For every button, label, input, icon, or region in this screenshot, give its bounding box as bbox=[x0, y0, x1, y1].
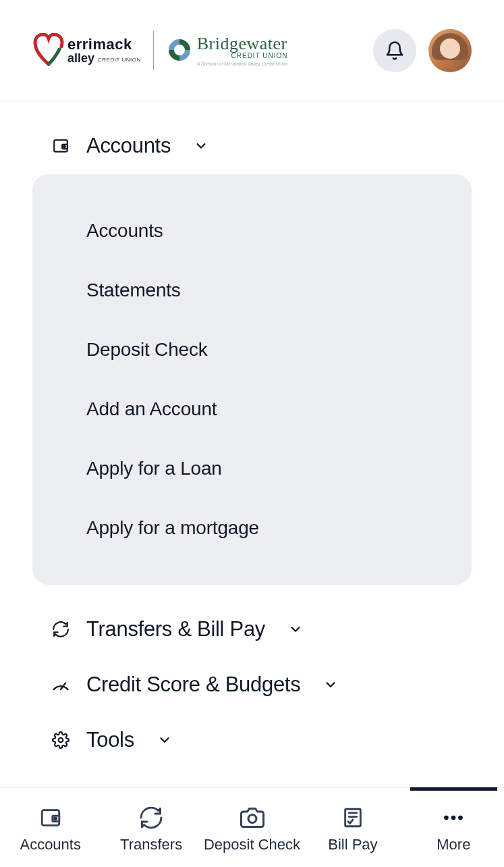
accounts-submenu: Accounts Statements Deposit Check Add an… bbox=[32, 174, 472, 585]
nav-billpay-label: Bill Pay bbox=[328, 836, 377, 853]
menu-credit-label: Credit Score & Budgets bbox=[86, 673, 300, 697]
svg-point-4 bbox=[59, 738, 63, 743]
gear-icon bbox=[51, 731, 70, 749]
menu-section-credit[interactable]: Credit Score & Budgets bbox=[32, 660, 472, 709]
receipt-icon bbox=[341, 806, 364, 829]
bottom-nav: Accounts Transfers Deposit Check Bill Pa… bbox=[0, 787, 504, 867]
merrimack-valley-logo: errimack alley CREDIT UNION bbox=[32, 33, 141, 68]
submenu-accounts[interactable]: Accounts bbox=[32, 201, 472, 261]
nav-more[interactable]: More bbox=[403, 788, 504, 867]
bridgewater-logo: Bridgewater CREDIT UNION A Division of M… bbox=[166, 34, 288, 66]
svg-point-14 bbox=[459, 815, 464, 820]
mv-line1: errimack bbox=[67, 36, 132, 53]
menu-container: Accounts Accounts Statements Deposit Che… bbox=[0, 101, 504, 787]
svg-point-13 bbox=[451, 815, 456, 820]
menu-section-transfers[interactable]: Transfers & Bill Pay bbox=[32, 605, 472, 654]
mv-sub: CREDIT UNION bbox=[98, 57, 141, 63]
avatar[interactable] bbox=[428, 29, 472, 72]
bell-icon bbox=[385, 40, 405, 61]
chevron-down-icon bbox=[194, 138, 208, 153]
menu-section-accounts[interactable]: Accounts bbox=[32, 122, 472, 170]
mv-line2: alley bbox=[67, 51, 94, 65]
circle-icon bbox=[166, 36, 193, 63]
wallet-icon bbox=[39, 806, 62, 829]
wallet-icon bbox=[51, 137, 70, 155]
nav-deposit-label: Deposit Check bbox=[204, 836, 300, 853]
logo-divider bbox=[153, 31, 154, 70]
nav-transfers[interactable]: Transfers bbox=[101, 788, 201, 867]
nav-deposit-check[interactable]: Deposit Check bbox=[202, 788, 302, 867]
transfer-icon bbox=[51, 621, 70, 638]
nav-transfers-label: Transfers bbox=[120, 836, 182, 853]
bw-sub2: A Division of Merrimack Valley Credit Un… bbox=[197, 61, 288, 66]
svg-point-2 bbox=[63, 146, 65, 148]
submenu-apply-loan[interactable]: Apply for a Loan bbox=[32, 439, 472, 498]
transfer-icon bbox=[139, 806, 163, 829]
submenu-apply-mortgage[interactable]: Apply for a mortgage bbox=[32, 498, 472, 558]
chevron-down-icon bbox=[288, 622, 303, 637]
bw-sub1: CREDIT UNION bbox=[197, 53, 288, 60]
nav-accounts-label: Accounts bbox=[20, 836, 81, 853]
chevron-down-icon bbox=[323, 677, 338, 692]
svg-point-12 bbox=[445, 815, 449, 820]
submenu-add-account[interactable]: Add an Account bbox=[32, 379, 472, 439]
submenu-statements[interactable]: Statements bbox=[32, 261, 472, 320]
camera-icon bbox=[240, 806, 264, 829]
svg-point-8 bbox=[248, 814, 256, 822]
heart-icon bbox=[32, 33, 65, 68]
menu-accounts-label: Accounts bbox=[86, 134, 171, 158]
bw-name: Bridgewater bbox=[197, 34, 288, 53]
menu-section-tools[interactable]: Tools bbox=[32, 716, 472, 764]
credit-score-icon bbox=[51, 675, 70, 694]
app-header: errimack alley CREDIT UNION Bridgewater … bbox=[0, 0, 504, 101]
nav-accounts[interactable]: Accounts bbox=[0, 788, 101, 867]
submenu-deposit-check[interactable]: Deposit Check bbox=[32, 320, 472, 379]
chevron-down-icon bbox=[157, 733, 172, 747]
svg-point-7 bbox=[54, 817, 56, 819]
logo-lockup: errimack alley CREDIT UNION Bridgewater … bbox=[32, 31, 288, 70]
nav-bill-pay[interactable]: Bill Pay bbox=[302, 788, 403, 867]
menu-tools-label: Tools bbox=[86, 728, 134, 752]
more-icon bbox=[441, 806, 466, 829]
menu-transfers-label: Transfers & Bill Pay bbox=[86, 617, 265, 641]
header-actions bbox=[373, 29, 472, 72]
notifications-button[interactable] bbox=[373, 29, 416, 72]
nav-more-label: More bbox=[437, 836, 470, 853]
